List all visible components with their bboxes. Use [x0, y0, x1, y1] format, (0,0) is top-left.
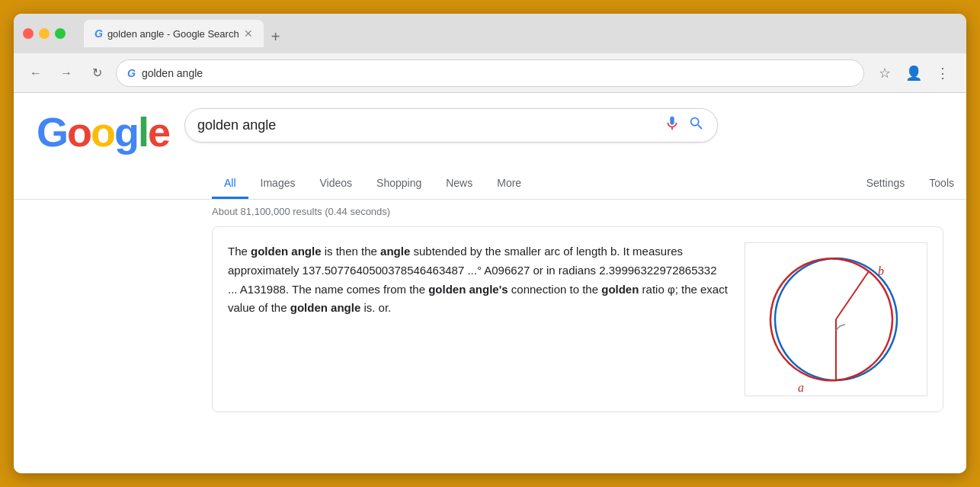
tab-settings[interactable]: Settings	[854, 169, 918, 199]
search-box-container	[184, 108, 718, 143]
tab-shopping[interactable]: Shopping	[364, 169, 434, 199]
tab-images[interactable]: Images	[248, 169, 308, 199]
diagram-label-a: a	[798, 381, 804, 394]
browser-window: G golden angle - Google Search ✕ + ← → ↻…	[14, 14, 966, 473]
mic-icon[interactable]	[664, 115, 681, 136]
google-logo: Google	[37, 111, 169, 152]
logo-e: e	[148, 109, 169, 155]
nav-icons: ☆ 👤 ⋮	[872, 60, 956, 86]
close-button[interactable]	[23, 28, 34, 39]
tab-news[interactable]: News	[434, 169, 485, 199]
menu-button[interactable]: ⋮	[930, 60, 956, 86]
address-favicon: G	[127, 67, 136, 79]
search-box[interactable]	[184, 108, 718, 143]
tab-close-button[interactable]: ✕	[244, 28, 253, 39]
diagram-label-b: b	[878, 264, 884, 277]
bookmark-button[interactable]: ☆	[872, 60, 898, 86]
back-button[interactable]: ←	[24, 62, 47, 85]
refresh-button[interactable]: ↻	[85, 62, 108, 85]
featured-snippet: The golden angle is then the angle subte…	[212, 226, 943, 412]
snippet-bold-golden-angle-2: golden angle	[290, 301, 361, 314]
snippet-bold-angle: angle	[380, 245, 410, 258]
logo-g2: g	[114, 109, 138, 155]
snippet-bold-golden: golden	[601, 283, 639, 296]
tab-more[interactable]: More	[485, 169, 533, 199]
active-tab[interactable]: G golden angle - Google Search ✕	[84, 20, 264, 47]
account-button[interactable]: 👤	[901, 60, 927, 86]
minimize-button[interactable]	[39, 28, 50, 39]
address-bar[interactable]: G golden angle	[116, 59, 864, 87]
logo-g: G	[37, 109, 67, 155]
logo-o2: o	[91, 109, 114, 155]
tab-title: golden angle - Google Search	[107, 28, 239, 40]
golden-angle-svg: b a	[752, 243, 920, 396]
new-tab-button[interactable]: +	[264, 28, 288, 46]
search-input[interactable]	[197, 117, 656, 133]
logo-o1: o	[67, 109, 91, 155]
snippet-bold-golden-angle-1: golden angle	[251, 245, 322, 258]
address-text: golden angle	[142, 67, 203, 79]
google-header: Google	[14, 108, 966, 152]
page-content: Google	[14, 93, 966, 473]
search-icon[interactable]	[688, 115, 705, 136]
tab-all[interactable]: All	[212, 169, 248, 199]
maximize-button[interactable]	[55, 28, 66, 39]
logo-l: l	[138, 109, 148, 155]
nav-bar: ← → ↻ G golden angle ☆ 👤 ⋮	[14, 53, 966, 93]
forward-button[interactable]: →	[55, 62, 78, 85]
tab-favicon: G	[94, 27, 103, 40]
svg-line-1	[836, 271, 869, 319]
tab-tools[interactable]: Tools	[917, 169, 966, 199]
snippet-image: b a	[745, 242, 927, 396]
tab-bar: G golden angle - Google Search ✕ +	[84, 20, 957, 47]
results-info: About 81,100,000 results (0.44 seconds)	[14, 200, 966, 226]
snippet-bold-golden-angles: golden angle's	[428, 283, 508, 296]
snippet-text: The golden angle is then the angle subte…	[228, 242, 729, 396]
traffic-lights	[23, 28, 66, 39]
title-bar: G golden angle - Google Search ✕ +	[14, 14, 966, 53]
search-tabs: All Images Videos Shopping News More Set…	[14, 160, 966, 200]
tab-videos[interactable]: Videos	[307, 169, 364, 199]
